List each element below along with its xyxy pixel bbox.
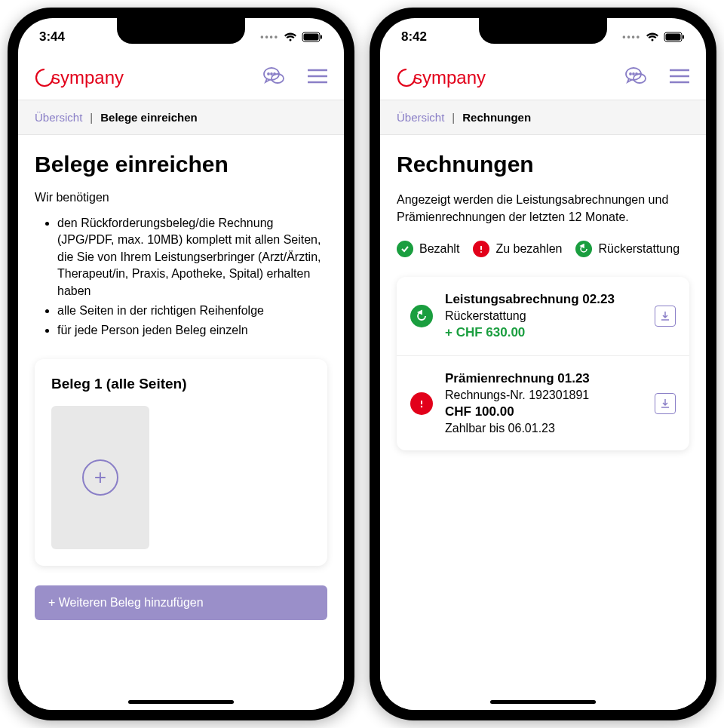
menu-icon[interactable]	[308, 69, 327, 87]
status-time: 8:42	[401, 29, 427, 45]
svg-point-15	[630, 73, 631, 75]
page-title: Belege einreichen	[35, 152, 327, 177]
wifi-icon	[284, 32, 297, 42]
check-circle-icon	[397, 241, 413, 257]
brand-logo[interactable]: sympany	[397, 67, 486, 88]
content-area: Rechnungen Angezeigt werden die Leistung…	[380, 135, 706, 710]
svg-point-25	[421, 406, 422, 407]
logo-circle-icon	[397, 68, 416, 88]
intro-text: Wir benötigen	[35, 191, 327, 204]
legend-paid: Bezahlt	[397, 241, 459, 257]
refund-circle-icon	[410, 305, 433, 327]
svg-point-16	[633, 73, 634, 75]
cellular-dots-icon: ••••	[260, 32, 279, 42]
content-area: Belege einreichen Wir benötigen den Rück…	[18, 135, 344, 710]
invoice-subtitle: Rechnungs-Nr. 192301891	[445, 389, 643, 402]
alert-circle-icon	[410, 392, 433, 415]
upload-card: Beleg 1 (alle Seiten) +	[35, 359, 327, 566]
home-indicator[interactable]	[128, 700, 234, 704]
invoice-amount: + CHF 630.00	[445, 325, 643, 340]
legend-due: Zu bezahlen	[473, 241, 562, 257]
list-item: den Rückforderungsbeleg/die Rechnung (JP…	[57, 215, 327, 299]
page-title: Rechnungen	[397, 152, 689, 177]
status-legend: Bezahlt Zu bezahlen Rückerstattung	[397, 241, 689, 257]
wifi-icon	[646, 32, 659, 42]
invoice-subtitle: Rückerstattung	[445, 309, 643, 323]
phone-frame-right: 8:42 •••• sympany	[370, 8, 716, 720]
battery-icon	[664, 32, 685, 42]
svg-rect-2	[321, 35, 322, 39]
upload-card-title: Beleg 1 (alle Seiten)	[51, 376, 311, 392]
phone-screen: 3:44 •••• sympany	[18, 18, 344, 710]
upload-dropzone[interactable]: +	[51, 406, 149, 549]
app-header: sympany	[380, 56, 706, 100]
breadcrumb: Übersicht | Rechnungen	[380, 100, 706, 135]
requirements-list: den Rückforderungsbeleg/die Rechnung (JP…	[35, 215, 327, 339]
invoice-due-date: Zahlbar bis 06.01.23	[445, 422, 643, 435]
download-icon[interactable]	[655, 306, 676, 327]
alert-circle-icon	[473, 241, 489, 257]
invoice-item-due[interactable]: Prämienrechnung 01.23 Rechnungs-Nr. 1923…	[397, 356, 689, 450]
phone-screen: 8:42 •••• sympany	[380, 18, 706, 710]
brand-name: sympany	[413, 67, 486, 88]
phone-frame-left: 3:44 •••• sympany	[8, 8, 354, 720]
brand-logo[interactable]: sympany	[35, 67, 124, 88]
plus-circle-icon: +	[82, 459, 118, 496]
invoice-amount: CHF 100.00	[445, 404, 643, 419]
brand-name: sympany	[51, 67, 124, 88]
add-document-button[interactable]: + Weiteren Beleg hinzufügen	[35, 585, 327, 620]
legend-label: Zu bezahlen	[495, 242, 562, 256]
legend-label: Bezahlt	[419, 242, 459, 256]
app-header: sympany	[18, 56, 344, 100]
page-description: Angezeigt werden die Leistungsabrechnung…	[397, 191, 689, 226]
status-right: ••••	[622, 32, 685, 42]
menu-icon[interactable]	[670, 69, 689, 87]
battery-icon	[302, 32, 323, 42]
status-right: ••••	[260, 32, 323, 42]
chat-icon[interactable]	[624, 66, 647, 90]
breadcrumb-separator: |	[452, 111, 455, 124]
legend-refund: Rückerstattung	[575, 241, 680, 257]
invoice-item-refund[interactable]: Leistungsabrechnung 02.23 Rückerstattung…	[397, 277, 689, 356]
svg-point-5	[271, 73, 272, 75]
list-item: alle Seiten in der richtigen Reihenfolge	[57, 303, 327, 319]
breadcrumb-separator: |	[90, 111, 93, 124]
svg-point-23	[480, 251, 482, 253]
notch	[479, 18, 607, 44]
breadcrumb-root[interactable]: Übersicht	[397, 111, 444, 124]
logo-circle-icon	[35, 68, 54, 88]
refund-circle-icon	[575, 241, 592, 257]
breadcrumb-current: Rechnungen	[462, 111, 531, 124]
list-item: für jede Person jeden Beleg einzeln	[57, 322, 327, 339]
legend-label: Rückerstattung	[598, 242, 680, 256]
svg-point-4	[268, 73, 269, 75]
svg-rect-1	[304, 34, 319, 41]
chat-icon[interactable]	[262, 66, 285, 90]
home-indicator[interactable]	[490, 700, 596, 704]
breadcrumb: Übersicht | Belege einreichen	[18, 100, 344, 135]
breadcrumb-root[interactable]: Übersicht	[35, 111, 82, 124]
invoice-list: Leistungsabrechnung 02.23 Rückerstattung…	[397, 277, 689, 450]
header-actions	[262, 66, 327, 90]
breadcrumb-current: Belege einreichen	[100, 111, 197, 124]
svg-rect-13	[683, 35, 684, 39]
status-time: 3:44	[39, 29, 65, 45]
download-icon[interactable]	[655, 393, 676, 414]
header-actions	[624, 66, 689, 90]
notch	[117, 18, 245, 44]
cellular-dots-icon: ••••	[622, 32, 641, 42]
invoice-title: Leistungsabrechnung 02.23	[445, 292, 643, 307]
invoice-body: Leistungsabrechnung 02.23 Rückerstattung…	[445, 292, 643, 340]
svg-rect-12	[666, 34, 681, 41]
invoice-body: Prämienrechnung 01.23 Rechnungs-Nr. 1923…	[445, 371, 643, 435]
invoice-title: Prämienrechnung 01.23	[445, 371, 643, 386]
